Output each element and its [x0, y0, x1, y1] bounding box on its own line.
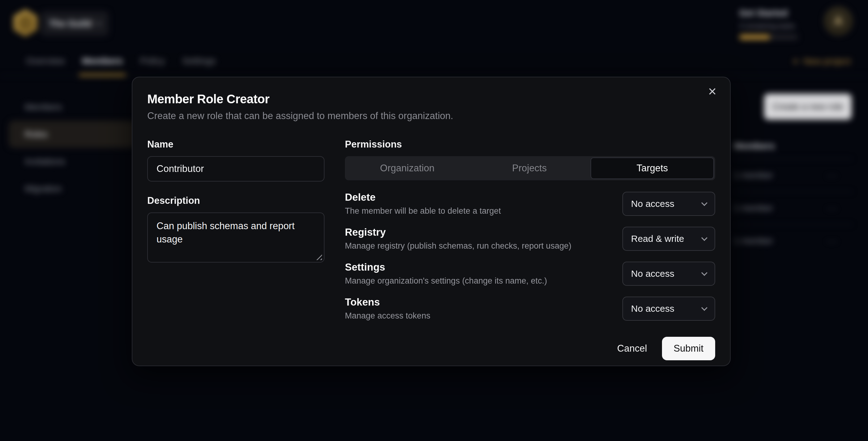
permission-title: Settings [345, 261, 547, 273]
perm-tab-label: Targets [637, 163, 668, 174]
member-role-creator-dialog: × Member Role Creator Create a new role … [132, 77, 731, 366]
select-value: No access [631, 269, 674, 279]
role-description-textarea[interactable]: Can publish schemas and report usage [147, 213, 324, 262]
role-fields-column: Name Contributor Description Can publish… [147, 139, 324, 360]
dialog-footer: Cancel Submit [345, 337, 715, 360]
dialog-title: Member Role Creator [147, 92, 715, 106]
registry-access-select[interactable]: Read & write [622, 227, 715, 251]
dialog-subtitle: Create a new role that can be assigned t… [147, 111, 715, 122]
permission-row-tokens: Tokens Manage access tokens No access [345, 296, 715, 321]
name-label: Name [147, 139, 324, 150]
submit-button[interactable]: Submit [662, 337, 715, 360]
perm-tab-targets[interactable]: Targets [591, 157, 714, 179]
resize-handle-icon[interactable] [316, 254, 322, 260]
select-value: No access [631, 304, 674, 314]
perm-tab-label: Projects [512, 163, 547, 174]
permissions-tabstrip: Organization Projects Targets [345, 156, 715, 180]
permission-text: Registry Manage registry (publish schema… [345, 226, 571, 251]
role-name-input[interactable]: Contributor [147, 156, 324, 182]
dialog-body: Name Contributor Description Can publish… [147, 139, 715, 360]
delete-access-select[interactable]: No access [622, 192, 715, 216]
role-name-value: Contributor [157, 163, 204, 175]
permission-description: Manage organization's settings (change i… [345, 276, 547, 286]
select-value: Read & write [631, 233, 684, 244]
permission-row-registry: Registry Manage registry (publish schema… [345, 226, 715, 251]
permission-title: Delete [345, 191, 501, 203]
chevron-down-icon [701, 270, 708, 276]
role-description-value: Can publish schemas and report usage [157, 220, 294, 245]
permission-title: Registry [345, 226, 571, 238]
close-icon[interactable]: × [708, 84, 716, 98]
perm-tab-label: Organization [380, 163, 435, 174]
permissions-column: Permissions Organization Projects Target… [345, 139, 715, 360]
settings-access-select[interactable]: No access [622, 262, 715, 286]
chevron-down-icon [701, 305, 708, 311]
permissions-label: Permissions [345, 139, 715, 150]
permission-text: Delete The member will be able to delete… [345, 191, 501, 216]
chevron-down-icon [701, 200, 708, 206]
permission-rows: Delete The member will be able to delete… [345, 191, 715, 321]
permission-row-settings: Settings Manage organization's settings … [345, 261, 715, 286]
permission-description: Manage registry (publish schemas, run ch… [345, 241, 571, 251]
permission-description: Manage access tokens [345, 311, 430, 321]
permission-text: Settings Manage organization's settings … [345, 261, 547, 286]
chevron-down-icon [701, 235, 708, 241]
permission-row-delete: Delete The member will be able to delete… [345, 191, 715, 216]
perm-tab-organization[interactable]: Organization [346, 157, 468, 179]
permission-text: Tokens Manage access tokens [345, 296, 430, 321]
submit-label: Submit [674, 343, 704, 354]
perm-tab-projects[interactable]: Projects [468, 157, 591, 179]
permission-description: The member will be able to delete a targ… [345, 206, 501, 216]
tokens-access-select[interactable]: No access [622, 296, 715, 321]
cancel-button[interactable]: Cancel [617, 343, 647, 354]
permission-title: Tokens [345, 296, 430, 308]
description-label: Description [147, 195, 324, 206]
select-value: No access [631, 198, 674, 209]
